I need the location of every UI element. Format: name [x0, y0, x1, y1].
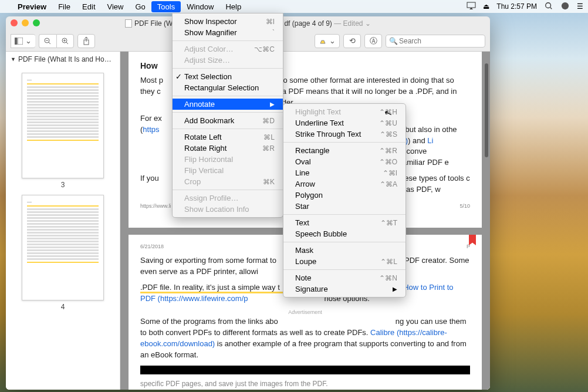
annotate-item-star[interactable]: Star — [283, 201, 405, 212]
tools-item-flip-horizontal: Flip Horizontal — [173, 154, 283, 165]
clock[interactable]: Thu 2:57 PM — [496, 2, 537, 11]
bookmark-icon[interactable] — [469, 235, 476, 245]
minimize-button[interactable] — [22, 19, 29, 26]
tools-item-crop: Crop⌘K — [173, 176, 283, 187]
menu-help[interactable]: Help — [219, 1, 247, 12]
annotate-item-signature[interactable]: Signature▶ — [283, 283, 405, 295]
tools-item-rectangular-selection[interactable]: Rectangular Selection — [173, 82, 283, 93]
annotate-item-polygon[interactable]: Polygon — [283, 190, 405, 201]
tools-item-rotate-left[interactable]: Rotate Left⌘L — [173, 131, 283, 143]
https-link[interactable]: https — [143, 125, 159, 134]
redacted-text — [140, 366, 470, 374]
svg-rect-4 — [15, 38, 17, 45]
annotate-item-text[interactable]: Text⌃⌘T — [283, 217, 405, 228]
eject-icon[interactable]: ⏏ — [483, 2, 489, 11]
tools-menu-dropdown: Show Inspector⌘IShow Magnifier`Adjust Co… — [172, 13, 283, 218]
close-button[interactable] — [11, 19, 18, 26]
zoom-out-button[interactable] — [39, 34, 56, 48]
menu-window[interactable]: Window — [181, 1, 219, 12]
tools-item-annotate[interactable]: Annotate▶ — [173, 99, 283, 110]
search-icon: 🔍 — [389, 37, 398, 45]
tools-item-rotate-right[interactable]: Rotate Right⌘R — [173, 143, 283, 154]
view-mode-button[interactable]: ⌄ — [11, 34, 35, 48]
menu-edit[interactable]: Edit — [76, 1, 101, 12]
svg-rect-0 — [467, 2, 475, 8]
svg-point-3 — [562, 2, 569, 9]
annotate-item-loupe[interactable]: Loupe⌃⌘L — [283, 256, 405, 267]
maximize-button[interactable] — [33, 19, 40, 26]
tools-item-show-magnifier[interactable]: Show Magnifier` — [173, 27, 283, 38]
annotate-item-speech-bubble[interactable]: Speech Bubble — [283, 228, 405, 239]
notifications-icon[interactable]: ☰ — [577, 2, 583, 11]
menu-go[interactable]: Go — [129, 1, 151, 12]
annotate-item-strike-through-text[interactable]: Strike Through Text⌃⌘S — [283, 129, 405, 140]
annotate-item-mask[interactable]: Mask — [283, 245, 405, 256]
page-thumbnail[interactable]: —— — [22, 73, 104, 178]
annotate-item-rectangle[interactable]: Rectangle⌃⌘R — [283, 145, 405, 156]
system-menubar: Preview FileEditViewGoToolsWindowHelp ⏏ … — [0, 0, 588, 13]
advertisement-label: Advertisement — [140, 309, 470, 316]
menu-tools[interactable]: Tools — [151, 1, 181, 12]
thumbnail-sidebar[interactable]: ▼ PDF File (What It Is and Ho… ——3——4 — [6, 52, 120, 390]
document-icon — [125, 19, 132, 28]
airplay-icon[interactable] — [467, 2, 476, 12]
spotlight-icon[interactable] — [544, 2, 553, 12]
svg-line-7 — [49, 42, 50, 44]
tools-item-text-selection[interactable]: ✓Text Selection — [173, 71, 283, 82]
sidebar-file-title[interactable]: ▼ PDF File (What It Is and Ho… — [6, 52, 120, 67]
rotate-button[interactable]: ⟲ — [343, 34, 361, 48]
app-menu[interactable]: Preview — [12, 1, 52, 12]
window-title-rest: df (page 4 of 9) — [284, 19, 332, 28]
tools-item-assign-profile-: Assign Profile… — [173, 192, 283, 204]
menu-file[interactable]: File — [52, 1, 76, 12]
search-input[interactable] — [386, 35, 485, 48]
tools-item-adjust-color-: Adjust Color…⌥⌘C — [173, 43, 283, 55]
tools-item-show-location-info: Show Location Info — [173, 204, 283, 215]
annotate-item-arrow[interactable]: Arrow⌃⌘A — [283, 178, 405, 190]
li-link[interactable]: Li — [427, 136, 433, 145]
tools-item-flip-vertical: Flip Vertical — [173, 165, 283, 176]
window-title-file: PDF File (W — [134, 19, 173, 28]
thumbnail-label: 4 — [6, 303, 120, 311]
zoom-in-button[interactable] — [56, 34, 74, 48]
thumbnail-label: 3 — [6, 181, 120, 189]
tools-item-add-bookmark[interactable]: Add Bookmark⌘D — [173, 115, 283, 126]
tools-item-adjust-size-: Adjust Size… — [173, 55, 283, 66]
markup-button[interactable]: Ⓐ — [364, 34, 382, 48]
menu-view[interactable]: View — [102, 1, 130, 12]
svg-line-10 — [66, 42, 68, 44]
search-field[interactable]: 🔍 — [386, 35, 485, 48]
siri-icon[interactable] — [560, 2, 570, 12]
svg-rect-5 — [18, 38, 23, 45]
svg-line-2 — [550, 7, 552, 9]
annotate-submenu: Highlight Text⌃⌘HUnderline Text⌃⌘UStrike… — [283, 103, 406, 298]
annotate-item-oval[interactable]: Oval⌃⌘O — [283, 156, 405, 167]
annotate-item-note[interactable]: Note⌃⌘N — [283, 272, 405, 283]
scroll-thumb[interactable] — [485, 63, 488, 157]
share-button[interactable] — [77, 34, 95, 48]
svg-point-1 — [546, 2, 551, 8]
page-thumbnail[interactable]: —— — [22, 195, 104, 300]
tools-item-show-inspector[interactable]: Show Inspector⌘I — [173, 16, 283, 27]
highlight-button[interactable]: ⌄ — [315, 34, 340, 48]
annotate-item-line[interactable]: Line⌃⌘I — [283, 167, 405, 178]
disclosure-triangle-icon[interactable]: ▼ — [11, 56, 16, 62]
